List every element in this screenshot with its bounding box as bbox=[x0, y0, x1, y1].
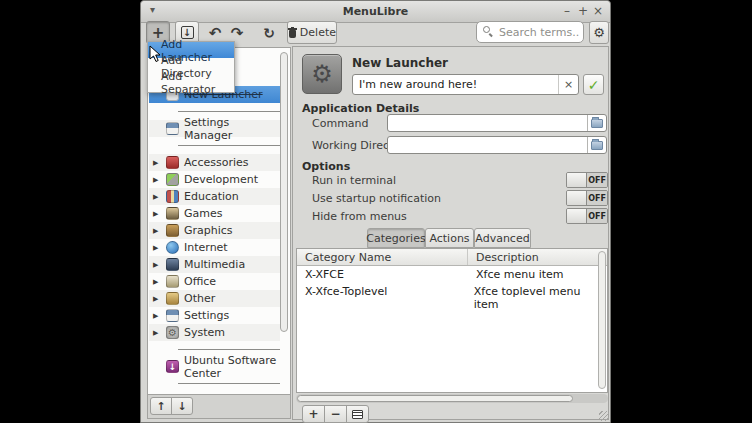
table-row[interactable]: X-Xfce-Toplevel Xfce toplevel menu item bbox=[297, 283, 607, 300]
tree-item-settings[interactable]: ▶ Settings bbox=[149, 307, 280, 324]
tree-item-graphics[interactable]: ▶ Graphics bbox=[149, 222, 280, 239]
table-row[interactable]: X-XFCE Xfce menu item bbox=[297, 266, 607, 283]
expander-icon[interactable]: ▶ bbox=[153, 176, 161, 184]
expander-icon[interactable]: ▶ bbox=[153, 278, 161, 286]
startup-notification-toggle[interactable]: OFF bbox=[566, 190, 608, 206]
tree-item-label: Office bbox=[184, 275, 216, 288]
tree-item-development[interactable]: ▶ Development bbox=[149, 171, 280, 188]
confirm-name-button[interactable]: ✓ bbox=[583, 74, 604, 95]
settings-manager-icon bbox=[166, 122, 179, 135]
tree-item-label: Internet bbox=[184, 241, 228, 254]
education-icon bbox=[166, 190, 179, 203]
tree-item-system[interactable]: ▶ ⚙ System bbox=[149, 324, 280, 341]
tree-item-games[interactable]: ▶ Games bbox=[149, 205, 280, 222]
folder-icon bbox=[591, 141, 603, 150]
menu-item-add-separator[interactable]: Add Separator bbox=[148, 74, 234, 90]
tree-bottom-bar: ↑ ↓ bbox=[147, 395, 291, 419]
tree-item-label: Education bbox=[184, 190, 239, 203]
close-button[interactable]: × bbox=[591, 4, 605, 19]
clear-icon[interactable]: × bbox=[558, 75, 578, 94]
app-window: ▾ MenuLibre – + × + ↓ ↶ ↷ ↻ Delete ⚙ New… bbox=[140, 0, 611, 423]
expander-icon[interactable]: ▶ bbox=[153, 210, 161, 218]
launcher-icon-button[interactable]: ⚙ bbox=[302, 54, 342, 94]
launcher-title: New Launcher bbox=[352, 56, 448, 70]
maximize-button[interactable]: + bbox=[576, 4, 590, 19]
command-field[interactable] bbox=[387, 114, 607, 132]
delete-button[interactable]: Delete bbox=[287, 21, 337, 44]
menu-tree: New Launcher Settings Manager ▶ Accessor… bbox=[147, 47, 291, 395]
launcher-name-entry[interactable]: × bbox=[352, 74, 579, 95]
launcher-name-input[interactable] bbox=[353, 78, 558, 91]
tree-item-other[interactable]: ▶ Other bbox=[149, 290, 280, 307]
browse-command-button[interactable] bbox=[587, 115, 606, 131]
expander-icon[interactable]: ▶ bbox=[153, 261, 161, 269]
cell-description: Xfce toplevel menu item bbox=[466, 283, 607, 300]
move-up-button[interactable]: ↑ bbox=[150, 397, 172, 415]
column-description[interactable]: Description bbox=[468, 249, 539, 265]
tree-scrollbar[interactable] bbox=[280, 52, 288, 332]
toggle-state: OFF bbox=[587, 209, 607, 223]
add-category-button[interactable]: + bbox=[302, 405, 325, 423]
startup-notification-label: Use startup notification bbox=[312, 192, 441, 205]
titlebar: ▾ MenuLibre – + × bbox=[141, 1, 610, 23]
search-box[interactable] bbox=[476, 21, 584, 43]
tree-separator bbox=[149, 137, 280, 154]
tree-item-office[interactable]: ▶ Office bbox=[149, 273, 280, 290]
tree-separator bbox=[149, 375, 280, 392]
tab-advanced[interactable]: Advanced bbox=[474, 228, 531, 248]
internet-globe-icon bbox=[166, 241, 179, 254]
settings-category-icon bbox=[166, 309, 179, 322]
system-gear-icon: ⚙ bbox=[166, 326, 179, 339]
category-properties-button[interactable] bbox=[346, 405, 369, 423]
command-input[interactable] bbox=[388, 117, 587, 129]
tree-item-settings-manager[interactable]: Settings Manager bbox=[149, 120, 280, 137]
tree-item-multimedia[interactable]: ▶ Multimedia bbox=[149, 256, 280, 273]
tab-actions[interactable]: Actions bbox=[425, 228, 474, 248]
tree-item-internet[interactable]: ▶ Internet bbox=[149, 239, 280, 256]
tree-item-education[interactable]: ▶ Education bbox=[149, 188, 280, 205]
office-icon bbox=[166, 275, 179, 288]
resize-grip[interactable] bbox=[599, 411, 609, 421]
tree-item-label: Other bbox=[184, 292, 215, 305]
table-horizontal-scrollbar[interactable] bbox=[296, 394, 608, 403]
expander-icon[interactable]: ▶ bbox=[153, 329, 161, 337]
tree-item-ubuntu-software-center[interactable]: ↓ Ubuntu Software Center bbox=[149, 358, 280, 375]
cell-description: Xfce menu item bbox=[468, 266, 564, 283]
move-down-button[interactable]: ↓ bbox=[171, 397, 193, 415]
toolbox-icon bbox=[166, 292, 179, 305]
expander-icon[interactable]: ▶ bbox=[153, 193, 161, 201]
minimize-button[interactable]: – bbox=[560, 4, 574, 19]
graphics-icon bbox=[166, 224, 179, 237]
games-icon bbox=[166, 207, 179, 220]
expander-icon[interactable]: ▶ bbox=[153, 312, 161, 320]
development-icon bbox=[166, 173, 179, 186]
table-header: Category Name Description bbox=[297, 249, 607, 266]
working-directory-input[interactable] bbox=[388, 139, 587, 151]
launcher-editor: ⚙ New Launcher × ✓ Application Details C… bbox=[292, 46, 609, 420]
column-category-name[interactable]: Category Name bbox=[297, 249, 468, 265]
cell-category: X-XFCE bbox=[297, 266, 468, 283]
expander-icon[interactable]: ▶ bbox=[153, 244, 161, 252]
settings-button[interactable]: ⚙ bbox=[589, 21, 609, 44]
tab-categories[interactable]: Categories bbox=[367, 228, 425, 248]
table-vertical-scrollbar[interactable] bbox=[598, 251, 606, 389]
expander-icon[interactable]: ▶ bbox=[153, 227, 161, 235]
cell-category: X-Xfce-Toplevel bbox=[297, 283, 466, 300]
list-icon bbox=[352, 410, 363, 419]
hide-from-menus-toggle[interactable]: OFF bbox=[566, 208, 608, 224]
run-in-terminal-toggle[interactable]: OFF bbox=[566, 172, 608, 188]
toggle-state: OFF bbox=[587, 173, 607, 187]
search-icon bbox=[483, 26, 495, 38]
tree-item-accessories[interactable]: ▶ Accessories bbox=[149, 154, 280, 171]
tree-item-label: System bbox=[184, 326, 225, 339]
working-directory-field[interactable] bbox=[387, 136, 607, 154]
expander-icon[interactable]: ▶ bbox=[153, 295, 161, 303]
browse-directory-button[interactable] bbox=[587, 137, 606, 153]
expander-icon[interactable]: ▶ bbox=[153, 159, 161, 167]
refresh-button[interactable]: ↻ bbox=[258, 21, 280, 44]
trash-icon bbox=[288, 27, 296, 38]
search-input[interactable] bbox=[499, 26, 579, 39]
section-options: Options bbox=[302, 160, 350, 173]
run-in-terminal-label: Run in terminal bbox=[312, 174, 396, 187]
remove-category-button[interactable]: − bbox=[324, 405, 347, 423]
